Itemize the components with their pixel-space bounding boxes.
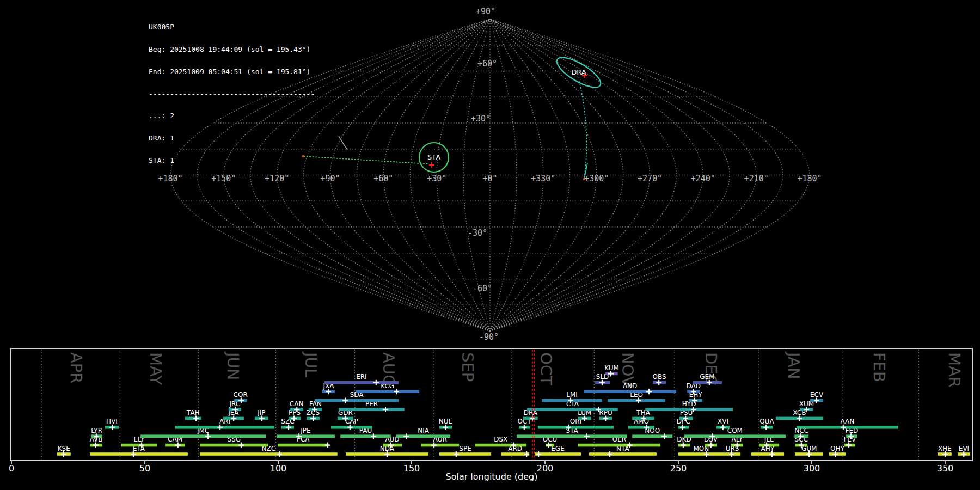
shower-peak-kse bbox=[61, 451, 66, 457]
count-sporadic: ...: 2 bbox=[149, 112, 315, 120]
shower-peak-ege bbox=[536, 451, 541, 457]
activity-timeline: APRMAYJUNJULAUGSEPOCTNOVDECJANFEBMARKSEE… bbox=[0, 0, 980, 490]
axis-tick-label: 50 bbox=[139, 463, 150, 474]
shower-label-qua: QUA bbox=[759, 418, 774, 425]
shower-bar-eri bbox=[324, 381, 399, 384]
shower-peak-ohy bbox=[832, 451, 838, 457]
separator: --------------------------------------- bbox=[149, 90, 315, 98]
shower-label-ohy: OHY bbox=[830, 445, 844, 452]
shower-label-lmi: LMI bbox=[566, 391, 578, 399]
count-sta: STA: 1 bbox=[149, 157, 315, 164]
shower-label-xvi: XVI bbox=[718, 418, 728, 425]
info-panel: UK005P Beg: 20251008 19:44:09 (sol = 195… bbox=[149, 9, 315, 179]
shower-bar-aan bbox=[797, 426, 898, 429]
shower-bar-eta bbox=[90, 452, 188, 456]
axis-tick-label: 200 bbox=[537, 463, 554, 474]
month-label-apr: APR bbox=[67, 352, 85, 383]
shower-label-kum: KUM bbox=[604, 364, 619, 372]
month-label-mar: MAR bbox=[945, 352, 964, 388]
shower-bar-and bbox=[584, 390, 676, 393]
begin-time: Beg: 20251008 19:44:09 (sol = 195.43°) bbox=[149, 46, 315, 53]
shower-bar-nta bbox=[589, 452, 657, 456]
month-label-feb: FEB bbox=[870, 352, 889, 382]
shower-bar-ari bbox=[175, 426, 274, 429]
shower-peak-nta bbox=[607, 451, 612, 457]
count-dra: DRA: 1 bbox=[149, 134, 315, 142]
shower-label-lyr: LYR bbox=[91, 427, 102, 434]
shower-label-and: AND bbox=[623, 382, 637, 390]
month-label-may: MAY bbox=[146, 352, 165, 385]
shower-bar-cam bbox=[165, 444, 185, 447]
shower-bar-tah bbox=[185, 417, 201, 420]
shower-label-dsx: DSX bbox=[494, 436, 507, 443]
shower-label-nia: NIA bbox=[418, 427, 430, 434]
shower-peak-eri bbox=[373, 380, 379, 385]
station-code: UK005P bbox=[149, 23, 315, 31]
shower-bar-per bbox=[339, 408, 405, 411]
shower-label-jpe: JPE bbox=[300, 427, 310, 434]
shower-label-eri: ERI bbox=[356, 373, 366, 381]
axis-tick-label: 250 bbox=[670, 463, 687, 474]
shower-peak-mon bbox=[704, 451, 709, 457]
shower-peak-kcg bbox=[394, 389, 399, 394]
meteor-analysis-window: +180°+150°+120°+90°+60°+30°+0°+330°+300°… bbox=[0, 0, 980, 490]
shower-label-obs: OBS bbox=[652, 373, 666, 381]
shower-peak-spe bbox=[454, 451, 459, 457]
shower-bar-ssg bbox=[200, 444, 268, 447]
shower-peak-xhe bbox=[942, 451, 948, 457]
shower-peak-noo bbox=[661, 433, 667, 439]
shower-peak-nda bbox=[384, 451, 390, 457]
shower-bar-pca bbox=[278, 444, 328, 447]
month-label-sep: SEP bbox=[458, 352, 477, 382]
shower-label-jip: JIP bbox=[257, 409, 265, 416]
shower-bar-oer bbox=[578, 444, 660, 447]
shower-bar-nzc bbox=[200, 452, 338, 456]
shower-label-evi: EVI bbox=[959, 445, 969, 452]
shower-peak-per bbox=[383, 407, 388, 412]
month-label-oct: OCT bbox=[537, 352, 555, 385]
shower-label-gem: GEM bbox=[700, 373, 714, 381]
axis-tick-label: 350 bbox=[937, 463, 954, 474]
shower-peak-eta bbox=[131, 451, 136, 457]
end-time: End: 20251009 05:04:51 (sol = 195.81°) bbox=[149, 68, 315, 76]
shower-bar-ahy bbox=[751, 452, 784, 456]
shower-bar-ori bbox=[538, 426, 614, 429]
shower-peak-sda bbox=[342, 398, 348, 403]
shower-bar-ege bbox=[535, 452, 581, 456]
shower-label-aan: AAN bbox=[841, 418, 855, 425]
month-label-jul: JUL bbox=[302, 351, 320, 377]
shower-peak-ahy bbox=[769, 451, 775, 457]
shower-bar-spe bbox=[439, 452, 491, 456]
shower-bar-jpe bbox=[277, 434, 335, 438]
shower-peak-evi bbox=[961, 451, 966, 457]
axis-tick-label: 150 bbox=[403, 463, 420, 474]
shower-bar-amo bbox=[628, 426, 654, 429]
shower-peak-gum bbox=[806, 451, 812, 457]
month-label-jun: JUN bbox=[224, 351, 242, 380]
shower-label-spe: SPE bbox=[459, 445, 471, 452]
shower-bar-pau bbox=[340, 434, 391, 438]
shower-bar-sta bbox=[517, 434, 627, 438]
shower-peak-nzc bbox=[277, 451, 282, 457]
shower-label-can: CAN bbox=[290, 400, 304, 408]
shower-bar-dsx bbox=[475, 444, 526, 447]
shower-label-tah: TAH bbox=[186, 409, 200, 416]
axis-tick-label: 300 bbox=[804, 463, 820, 474]
shower-peak-and bbox=[646, 389, 652, 394]
shower-label-cor: COR bbox=[234, 391, 248, 399]
shower-bar-sda bbox=[315, 399, 399, 402]
shower-bar-hyd bbox=[645, 408, 733, 411]
x-axis-title: Solar longitude (deg) bbox=[446, 471, 538, 482]
shower-label-ecv: ECV bbox=[810, 391, 824, 399]
shower-peak-ard bbox=[524, 451, 529, 457]
shower-label-xhe: XHE bbox=[938, 445, 952, 452]
shower-bar-com bbox=[684, 434, 786, 438]
shower-bar-cta bbox=[527, 408, 618, 411]
shower-peak-pca bbox=[325, 443, 330, 448]
shower-bar-aur bbox=[421, 444, 459, 447]
shower-peak-urs bbox=[729, 451, 734, 457]
shower-bar-mon bbox=[678, 452, 724, 456]
shower-peak-sta bbox=[584, 433, 590, 439]
axis-tick-label: 0 bbox=[9, 463, 14, 474]
month-label-jan: JAN bbox=[785, 351, 803, 379]
